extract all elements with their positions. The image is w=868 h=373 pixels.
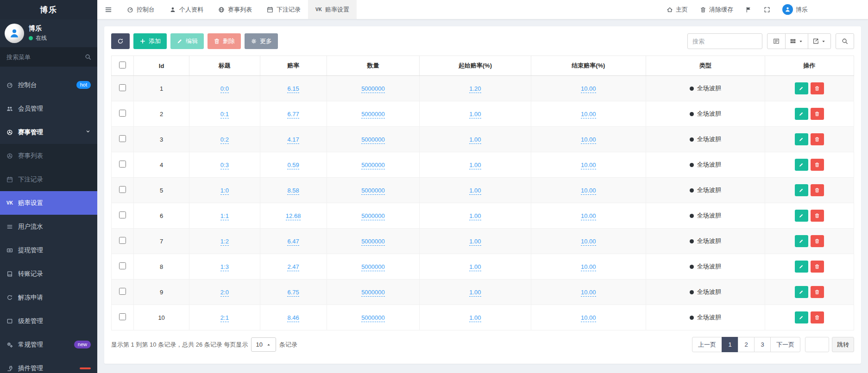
editable-amount[interactable]: 5000000 [361,314,385,322]
page-button-1[interactable]: 1 [722,337,738,352]
row-edit-button[interactable] [795,261,808,273]
column-header-类型[interactable]: 类型 [646,56,765,76]
editable-odds[interactable]: 0.59 [287,162,299,169]
page-button-2[interactable]: 2 [738,337,755,352]
editable-end-odds[interactable]: 10.00 [581,263,596,271]
editable-amount[interactable]: 5000000 [361,263,385,271]
editable-odds[interactable]: 6.15 [287,85,299,93]
user-menu[interactable]: 博乐 [782,4,808,15]
editable-start-odds[interactable]: 1.00 [469,136,481,144]
clear-cache-link[interactable]: 清除缓存 [700,6,733,14]
sidebar-item-赛事列表[interactable]: 赛事列表 [0,144,97,168]
row-edit-button[interactable] [795,235,808,247]
row-delete-button[interactable] [811,159,824,171]
page-size-dropdown[interactable]: 10 [251,337,276,352]
jump-page-input[interactable] [805,337,829,352]
editable-start-odds[interactable]: 1.00 [469,314,481,322]
editable-start-odds[interactable]: 1.00 [469,263,481,271]
refresh-button[interactable] [111,33,130,49]
editable-title[interactable]: 0:3 [220,162,229,169]
editable-odds[interactable]: 6.77 [287,111,299,118]
row-checkbox[interactable] [119,313,126,320]
sidebar-item-控制台[interactable]: 控制台hot [0,73,97,97]
row-delete-button[interactable] [811,210,824,222]
select-all-checkbox[interactable] [119,62,126,68]
language-button[interactable] [745,6,752,13]
sidebar-item-常规管理[interactable]: 常规管理new [0,333,97,356]
editable-amount[interactable]: 5000000 [361,136,385,144]
editable-start-odds[interactable]: 1.00 [469,162,481,169]
editable-end-odds[interactable]: 10.00 [581,212,596,220]
row-delete-button[interactable] [811,235,824,247]
search-toggle-button[interactable] [836,33,854,49]
row-delete-button[interactable] [811,133,824,145]
row-edit-button[interactable] [795,286,808,298]
row-delete-button[interactable] [811,184,824,196]
editable-odds[interactable]: 6.75 [287,289,299,297]
editable-amount[interactable]: 5000000 [361,111,385,118]
editable-start-odds[interactable]: 1.20 [469,85,481,93]
editable-amount[interactable]: 5000000 [361,289,385,297]
fullscreen-button[interactable] [764,6,770,13]
editable-end-odds[interactable]: 10.00 [581,85,596,93]
editable-end-odds[interactable]: 10.00 [581,187,596,195]
row-edit-button[interactable] [795,210,808,222]
sidebar-item-会员管理[interactable]: 会员管理 [0,97,97,120]
row-delete-button[interactable] [811,286,824,298]
column-header-操作[interactable]: 操作 [765,56,854,76]
sidebar-item-解冻申请[interactable]: 解冻申请 [0,286,97,309]
editable-amount[interactable]: 5000000 [361,187,385,195]
editable-amount[interactable]: 5000000 [361,238,385,246]
detail-view-button[interactable] [767,33,786,49]
row-checkbox[interactable] [119,211,126,218]
editable-end-odds[interactable]: 10.00 [581,238,596,246]
editable-start-odds[interactable]: 1.00 [469,212,481,220]
editable-title[interactable]: 2:0 [220,289,229,297]
editable-odds[interactable]: 6.47 [287,238,299,246]
column-header-结束赔率(%)[interactable]: 结束赔率(%) [531,56,646,76]
sidebar-item-用户流水[interactable]: 用户流水 [0,215,97,238]
editable-odds[interactable]: 8.58 [287,187,299,195]
sidebar-item-级差管理[interactable]: 级差管理 [0,309,97,333]
next-page-button[interactable]: 下一页 [770,337,800,352]
editable-title[interactable]: 1:2 [220,238,229,246]
jump-button[interactable]: 跳转 [832,337,854,352]
tab-下注记录[interactable]: 下注记录 [259,0,308,19]
tab-控制台[interactable]: 控制台 [120,0,162,19]
row-delete-button[interactable] [811,108,824,120]
home-link[interactable]: 主页 [667,6,688,14]
row-edit-button[interactable] [795,184,808,196]
editable-odds[interactable]: 12.68 [286,212,301,220]
editable-title[interactable]: 2:1 [220,314,229,322]
add-button[interactable]: 添加 [133,33,167,49]
editable-start-odds[interactable]: 1.00 [469,289,481,297]
editable-title[interactable]: 1:0 [220,187,229,195]
sidebar-item-转账记录[interactable]: 转账记录 [0,262,97,286]
user-avatar[interactable] [5,24,24,43]
editable-odds[interactable]: 2.47 [287,263,299,271]
row-checkbox[interactable] [119,161,126,168]
delete-button[interactable]: 删除 [208,33,241,49]
row-checkbox[interactable] [119,262,126,269]
tab-赔率设置[interactable]: VK赔率设置 [308,0,357,19]
row-checkbox[interactable] [119,288,126,295]
column-header-Id[interactable]: Id [134,56,189,76]
editable-start-odds[interactable]: 1.00 [469,187,481,195]
editable-end-odds[interactable]: 10.00 [581,314,596,322]
editable-amount[interactable]: 5000000 [361,212,385,220]
row-edit-button[interactable] [795,108,808,120]
row-delete-button[interactable] [811,82,824,94]
prev-page-button[interactable]: 上一页 [692,337,722,352]
export-button[interactable] [808,33,831,49]
sidebar-toggle-button[interactable] [97,0,120,19]
editable-end-odds[interactable]: 10.00 [581,111,596,118]
editable-end-odds[interactable]: 10.00 [581,162,596,169]
table-search-input[interactable] [687,33,762,49]
editable-start-odds[interactable]: 1.00 [469,238,481,246]
column-header-数量[interactable]: 数量 [327,56,419,76]
row-delete-button[interactable] [811,311,824,323]
sidebar-item-赔率设置[interactable]: VK赔率设置 [0,191,97,215]
sidebar-item-下注记录[interactable]: 下注记录 [0,168,97,191]
column-header-标题[interactable]: 标题 [189,56,260,76]
sidebar-search-input[interactable] [0,47,97,67]
